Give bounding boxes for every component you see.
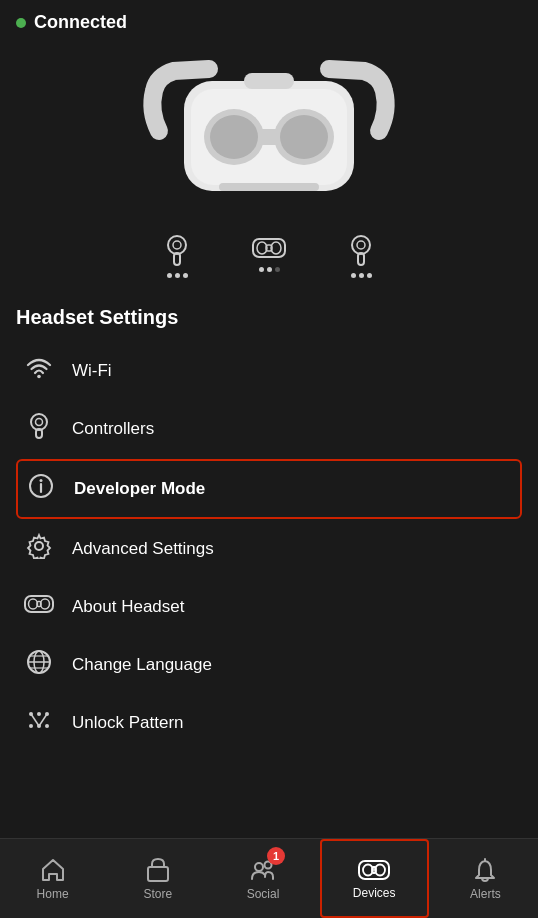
controllers-label: Controllers [72,419,154,439]
controller-svg-right [347,235,375,267]
connected-status: Connected [34,12,127,33]
controller-icons-row [0,227,538,302]
headset-image [129,51,409,211]
nav-social-label: Social [247,887,280,901]
svg-point-17 [357,241,365,249]
headset-image-area [0,41,538,227]
svg-point-10 [173,241,181,249]
dot-1 [351,273,356,278]
right-controller-icon [347,235,375,278]
wifi-label: Wi-Fi [72,361,112,381]
dot-2 [267,267,272,272]
svg-point-21 [36,419,43,426]
advanced-settings-item[interactable]: Advanced Settings [16,519,522,579]
vr-icon [24,593,54,621]
svg-point-41 [45,724,49,728]
svg-point-26 [35,542,43,550]
store-icon [145,857,171,883]
svg-point-9 [168,236,186,254]
dot-3 [183,273,188,278]
svg-rect-44 [148,867,168,881]
nav-home[interactable]: Home [0,839,105,918]
controllers-item[interactable]: Controllers [16,399,522,459]
svg-point-19 [37,375,41,379]
svg-point-37 [37,712,41,716]
change-language-label: Change Language [72,655,212,675]
devices-icon [358,858,390,882]
dot-3 [275,267,280,272]
svg-point-5 [280,115,328,159]
controller-svg-left [163,235,191,267]
nav-store-label: Store [143,887,172,901]
right-controller-dots [351,273,372,278]
nav-home-label: Home [37,887,69,901]
svg-line-43 [39,714,47,726]
nav-store[interactable]: Store [105,839,210,918]
vr-svg [251,235,287,261]
nav-devices-label: Devices [353,886,396,900]
dot-1 [167,273,172,278]
bell-icon [472,857,498,883]
nav-alerts-label: Alerts [470,887,501,901]
unlock-pattern-item[interactable]: Unlock Pattern [16,695,522,751]
wifi-icon [24,357,54,385]
status-bar: Connected [0,0,538,41]
svg-rect-6 [258,129,280,145]
svg-point-28 [29,599,38,609]
nav-alerts[interactable]: Alerts [433,839,538,918]
bottom-nav: Home Store 1 Social Devices [0,838,538,918]
dot-2 [359,273,364,278]
svg-point-20 [31,414,47,430]
left-controller-icon [163,235,191,278]
change-language-item[interactable]: Change Language [16,635,522,695]
about-headset-item[interactable]: About Headset [16,579,522,635]
svg-point-16 [352,236,370,254]
svg-point-25 [40,479,43,482]
center-dots [259,267,280,272]
svg-point-39 [29,724,33,728]
connected-dot [16,18,26,28]
developer-mode-label: Developer Mode [74,479,205,499]
svg-rect-8 [219,183,319,191]
svg-point-29 [41,599,50,609]
home-icon [40,857,66,883]
advanced-settings-label: Advanced Settings [72,539,214,559]
controllers-icon [24,413,54,445]
info-circle-icon [26,473,56,505]
svg-rect-30 [37,602,41,607]
developer-mode-item[interactable]: Developer Mode [16,459,522,519]
svg-rect-50 [372,867,376,873]
gear-icon [24,533,54,565]
nav-social[interactable]: 1 Social [210,839,315,918]
about-headset-label: About Headset [72,597,184,617]
social-badge: 1 [267,847,285,865]
svg-rect-12 [253,239,285,257]
dot-3 [367,273,372,278]
left-controller-dots [167,273,188,278]
unlock-pattern-label: Unlock Pattern [72,713,184,733]
dot-1 [259,267,264,272]
svg-line-42 [31,714,39,726]
wifi-item[interactable]: Wi-Fi [16,343,522,399]
section-title: Headset Settings [16,302,522,343]
settings-section: Headset Settings Wi-Fi Controllers [0,302,538,751]
vr-headset-icon [251,235,287,278]
svg-point-45 [255,863,263,871]
globe-icon [24,649,54,681]
svg-rect-7 [244,73,294,89]
svg-point-3 [210,115,258,159]
dots-pattern-icon [24,709,54,737]
dot-2 [175,273,180,278]
nav-devices[interactable]: Devices [320,839,429,918]
